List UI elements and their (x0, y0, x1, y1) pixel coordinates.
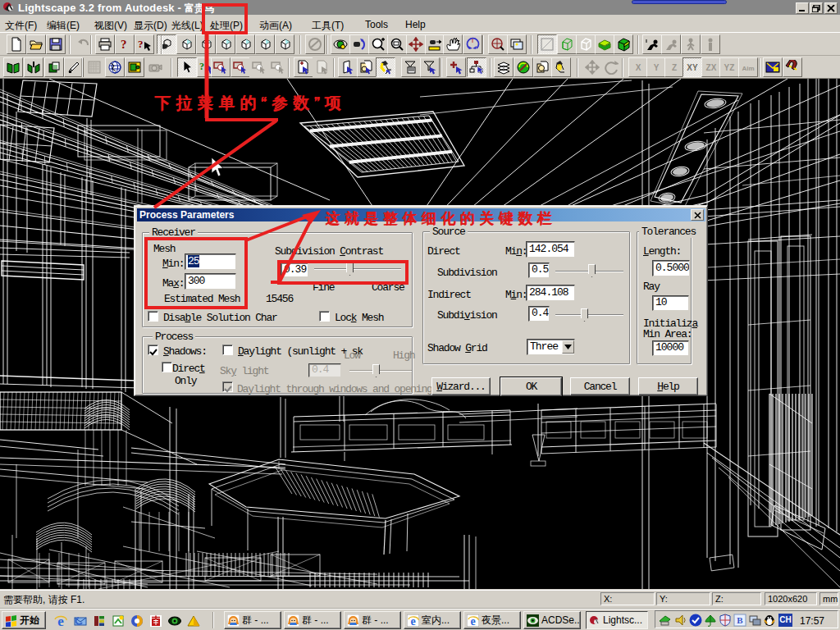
svg-text:?: ? (199, 61, 204, 72)
svg-text:ZX: ZX (706, 63, 717, 72)
svg-text:?: ? (138, 38, 144, 50)
svg-text:?: ? (121, 38, 127, 51)
svg-text:X: X (636, 63, 641, 72)
svg-text:B: B (737, 615, 743, 625)
svg-text:Y: Y (654, 63, 660, 72)
svg-text:YZ: YZ (724, 63, 735, 72)
svg-text:Z: Z (672, 63, 677, 72)
svg-text:XY: XY (687, 63, 698, 72)
svg-text:Aim: Aim (742, 65, 754, 72)
